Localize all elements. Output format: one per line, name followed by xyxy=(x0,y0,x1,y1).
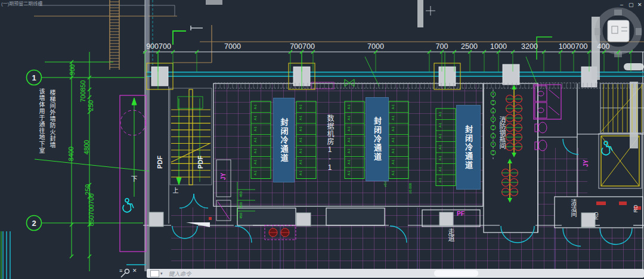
command-input[interactable]: 键入命令 xyxy=(169,269,191,278)
rack-cell-label: A-1 xyxy=(391,126,395,131)
dim-top: 7000 xyxy=(224,42,241,51)
rack-cell-label: A-1 xyxy=(438,123,442,128)
rack-cell-label: A-1 xyxy=(299,138,302,142)
cold-aisle-banner: 封闭冷通道 xyxy=(456,105,481,190)
rack-cell-label: A-1 xyxy=(299,160,302,165)
dim-top: 1000700 xyxy=(559,42,588,51)
grid-bubble-1: 1 xyxy=(32,73,36,82)
rack-cell-label: A-1 xyxy=(391,104,395,109)
rack-cell-label: A-1 xyxy=(391,116,395,120)
level-marker: ±0.000 xyxy=(408,183,412,194)
cad-viewport[interactable]: A-1A-1A-1A-1A-1A-1A-1A-1A-1A-1A-1A-1A-1A… xyxy=(0,0,644,279)
rack-cell-label: A-1 xyxy=(347,126,351,131)
rack-cell-label: A-1 xyxy=(299,104,302,109)
cold-aisle-label: 封闭冷通道 xyxy=(278,118,290,163)
cold-aisle-label: 封闭冷通道 xyxy=(463,125,474,170)
dim-top: 2500 xyxy=(461,42,478,51)
pdf-label: PDF xyxy=(156,156,163,169)
clean-room-label: 清洁间 xyxy=(569,199,578,217)
chevron-down-icon[interactable]: ▾ xyxy=(160,271,163,276)
command-prompt-icon[interactable] xyxy=(150,270,159,277)
pf-tag: PF xyxy=(457,211,465,217)
dim-left: 250 xyxy=(87,100,94,111)
dim-left: 850700700 xyxy=(88,193,95,226)
dim-left: 4800 xyxy=(83,140,90,154)
rack-cell-label: A-1 xyxy=(299,148,302,153)
dim-small: 600 xyxy=(239,202,243,208)
pdf-label: PDF xyxy=(197,156,204,169)
cold-aisle-banner: 封闭冷通道 xyxy=(273,98,295,182)
rack-cell-label: A-1 xyxy=(253,170,257,175)
rack-cell-label: A-1 xyxy=(438,145,442,150)
dim-top: 7000 xyxy=(367,42,384,51)
dim-left: 8400 xyxy=(67,147,75,161)
rack-cell-label: A-1 xyxy=(438,111,442,116)
rd-tag: RD xyxy=(633,205,639,213)
rack-cell-label: A-1 xyxy=(438,134,442,138)
rack-cell-label: A-1 xyxy=(347,138,351,142)
cold-aisle-label: 封闭冷通道 xyxy=(371,117,383,162)
rd-tag: RD xyxy=(593,212,599,220)
rack-cell-label: A-1 xyxy=(347,104,351,109)
curtain-wall xyxy=(146,0,644,76)
jy-tag: JY xyxy=(583,160,589,167)
rack-cell-label: A-1 xyxy=(253,104,257,109)
command-close-icon[interactable]: ✕ xyxy=(132,268,137,274)
note-leader xyxy=(38,5,175,16)
rack-cell-label: A-1 xyxy=(253,160,257,165)
drawing-canvas: A-1A-1A-1A-1A-1A-1A-1A-1A-1A-1A-1A-1A-1A… xyxy=(0,0,644,279)
rack-cell-label: A-1 xyxy=(253,126,257,131)
rack-cell-label: A-1 xyxy=(253,116,257,120)
fire-bottle-room-label: 消防钢瓶间 xyxy=(497,116,507,149)
rack-cell-label: A-1 xyxy=(347,148,351,153)
rack-cell-label: A-1 xyxy=(391,160,395,165)
wall-note-line1: 该墙体用于通往地下室 xyxy=(37,88,46,154)
rack-cell-label: A-1 xyxy=(438,178,442,182)
rack-cell-label: A-1 xyxy=(438,156,442,160)
data-room-label: 数据机房1-1 xyxy=(325,114,335,172)
dim-top: 700 xyxy=(436,42,448,51)
minimize-button[interactable]: – xyxy=(620,2,623,8)
rack-cell-label: A-1 xyxy=(299,116,302,120)
command-bar[interactable]: ▾ 键入命令 xyxy=(147,269,644,278)
rack-cell-label: A-1 xyxy=(299,170,302,175)
command-list-icon[interactable]: ≡ xyxy=(119,268,122,274)
restore-button[interactable]: ▢ xyxy=(628,2,634,8)
close-button[interactable]: ✕ xyxy=(637,2,642,8)
rack-cell-label: A-1 xyxy=(253,138,257,142)
dim-small: 450 xyxy=(239,213,243,219)
rack-cell-label: A-1 xyxy=(347,116,351,120)
command-bar-highlight xyxy=(434,270,478,277)
rack-cell-label: A-1 xyxy=(391,148,395,153)
rack-cell-label: A-1 xyxy=(391,138,395,142)
dim-top: 3200 xyxy=(521,42,538,51)
down-label: 下 xyxy=(129,175,138,182)
dim-top: 900700 xyxy=(146,42,171,51)
dim-small: 450 xyxy=(239,191,243,197)
corridor-label: 走道 xyxy=(446,228,456,241)
rack-cell-label: A-1 xyxy=(391,170,395,175)
dim-top: 400 xyxy=(597,42,610,51)
phase-walls xyxy=(34,16,644,63)
top-note: (一)期预留二期线槽 xyxy=(1,2,42,7)
rack-cell-label: A-1 xyxy=(253,148,257,153)
wall-note-line2: 楼梯间外墙防火封墙 xyxy=(48,89,57,148)
rack-cell-label: A-1 xyxy=(299,126,302,131)
up-label: 上 xyxy=(171,187,179,193)
dim-left: 700850 xyxy=(79,80,86,103)
rack-cell-label: A-1 xyxy=(438,167,442,172)
rack-cell-label: A-1 xyxy=(347,160,351,165)
jy-tag: JY xyxy=(220,173,227,180)
dim-left: 900 xyxy=(69,64,76,75)
dim-top: 1000 xyxy=(490,42,507,51)
grid-bubble-2: 2 xyxy=(32,219,36,228)
rack-cell-label: A-1 xyxy=(347,170,351,175)
dim-top: 700700 xyxy=(290,42,315,51)
cold-aisle-banner: 封闭冷通道 xyxy=(366,97,389,181)
